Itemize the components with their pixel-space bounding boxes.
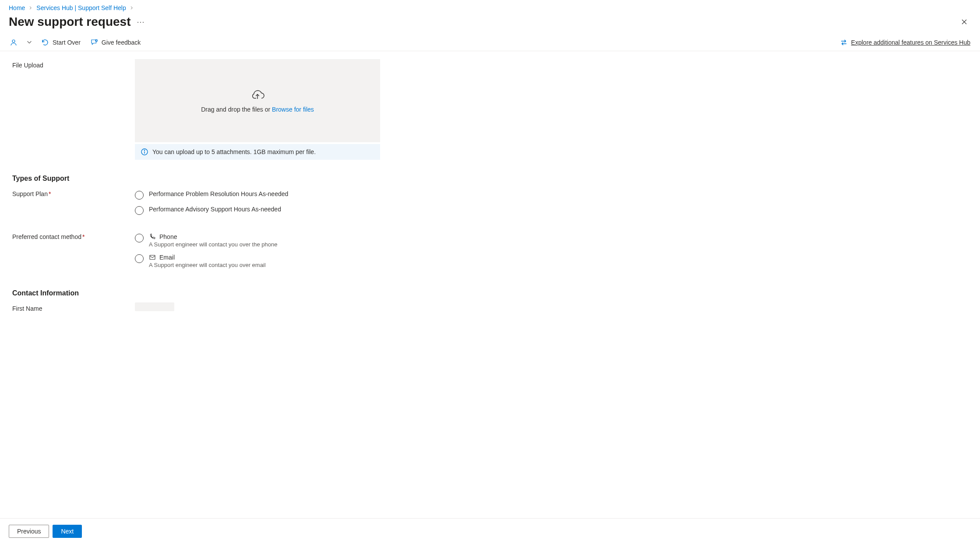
close-icon bbox=[961, 18, 968, 25]
explore-features-link[interactable]: Explore additional features on Services … bbox=[839, 37, 971, 48]
file-dropzone[interactable]: Drag and drop the files or Browse for fi… bbox=[135, 59, 380, 142]
contact-option-email-label: Email bbox=[159, 254, 175, 261]
previous-button[interactable]: Previous bbox=[9, 525, 49, 538]
phone-icon bbox=[149, 233, 156, 240]
contact-option-email-desc: A Support engineer will contact you over… bbox=[149, 262, 266, 268]
breadcrumb-home[interactable]: Home bbox=[9, 4, 25, 11]
refresh-icon bbox=[41, 39, 49, 46]
mail-icon bbox=[149, 254, 156, 261]
contact-option-phone-label: Phone bbox=[159, 233, 177, 240]
contact-option-email[interactable]: Email A Support engineer will contact yo… bbox=[135, 254, 380, 268]
chevron-right-icon bbox=[130, 4, 134, 11]
support-plan-option-1-label: Performance Problem Resolution Hours As-… bbox=[149, 190, 288, 197]
next-button[interactable]: Next bbox=[53, 525, 82, 538]
first-name-value bbox=[135, 302, 174, 311]
svg-point-1 bbox=[95, 39, 98, 42]
support-plan-label: Support Plan* bbox=[12, 188, 130, 197]
support-plan-option-2-label: Performance Advisory Support Hours As-ne… bbox=[149, 206, 281, 213]
main-content[interactable]: File Upload Drag and drop the files or B… bbox=[0, 51, 980, 518]
svg-point-0 bbox=[12, 40, 15, 42]
start-over-label: Start Over bbox=[53, 39, 81, 46]
user-menu-button[interactable] bbox=[9, 37, 18, 48]
types-of-support-heading: Types of Support bbox=[12, 175, 380, 183]
swap-icon bbox=[840, 39, 848, 46]
bottom-bar: Previous Next bbox=[0, 518, 980, 544]
radio-icon[interactable] bbox=[135, 206, 144, 215]
svg-rect-5 bbox=[150, 255, 155, 259]
person-icon bbox=[10, 39, 18, 46]
preferred-contact-label: Preferred contact method* bbox=[12, 231, 130, 240]
give-feedback-label: Give feedback bbox=[102, 39, 141, 46]
chevron-right-icon bbox=[28, 4, 33, 11]
contact-option-phone-desc: A Support engineer will contact you over… bbox=[149, 241, 277, 248]
more-actions-icon[interactable]: ··· bbox=[137, 18, 145, 26]
radio-icon[interactable] bbox=[135, 234, 144, 242]
toolbar: Start Over Give feedback Explore additio… bbox=[0, 34, 980, 51]
dropzone-text: Drag and drop the files or bbox=[201, 106, 272, 113]
info-icon bbox=[141, 148, 148, 155]
contact-option-phone[interactable]: Phone A Support engineer will contact yo… bbox=[135, 233, 380, 248]
support-plan-option-2[interactable]: Performance Advisory Support Hours As-ne… bbox=[135, 206, 380, 215]
close-button[interactable] bbox=[957, 15, 971, 29]
explore-features-label: Explore additional features on Services … bbox=[851, 39, 970, 46]
give-feedback-button[interactable]: Give feedback bbox=[89, 37, 142, 48]
chevron-down-icon[interactable] bbox=[26, 39, 32, 46]
upload-info-bar: You can upload up to 5 attachments. 1GB … bbox=[135, 144, 380, 160]
support-plan-option-1[interactable]: Performance Problem Resolution Hours As-… bbox=[135, 190, 380, 200]
cloud-upload-icon bbox=[250, 88, 265, 102]
upload-info-text: You can upload up to 5 attachments. 1GB … bbox=[152, 148, 316, 155]
file-upload-label: File Upload bbox=[12, 59, 130, 69]
title-row: New support request ··· bbox=[0, 13, 980, 34]
feedback-icon bbox=[90, 39, 98, 46]
svg-point-4 bbox=[144, 150, 145, 151]
start-over-button[interactable]: Start Over bbox=[40, 37, 81, 48]
breadcrumb-services-hub[interactable]: Services Hub | Support Self Help bbox=[36, 4, 126, 11]
radio-icon[interactable] bbox=[135, 254, 144, 263]
radio-icon[interactable] bbox=[135, 191, 144, 200]
browse-files-link[interactable]: Browse for files bbox=[272, 106, 314, 113]
page-title: New support request bbox=[9, 15, 130, 29]
first-name-label: First Name bbox=[12, 302, 130, 312]
contact-information-heading: Contact Information bbox=[12, 289, 380, 297]
breadcrumb: Home Services Hub | Support Self Help bbox=[0, 0, 980, 13]
